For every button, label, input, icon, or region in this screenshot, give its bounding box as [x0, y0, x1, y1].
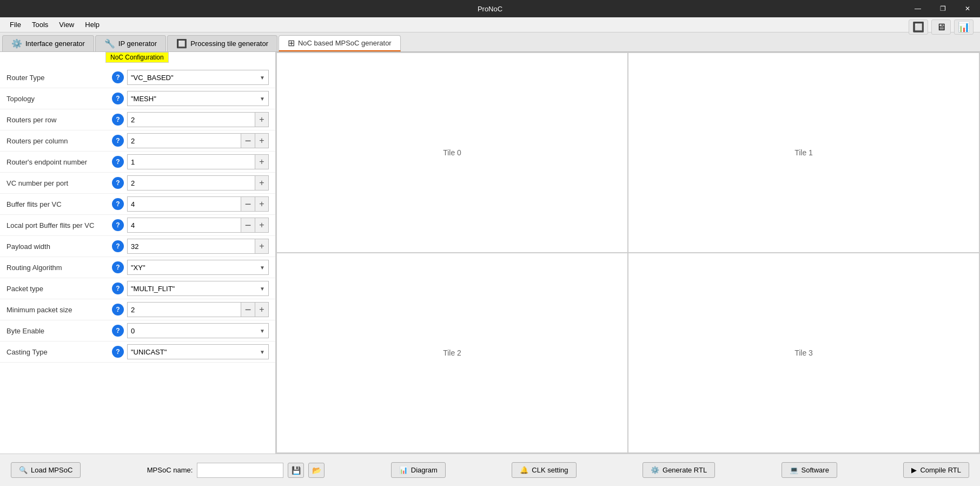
generate-rtl-label: Generate RTL [663, 466, 707, 474]
byte-enable-value: 0 [131, 327, 135, 335]
router-endpoint-input-area: 1 + [127, 154, 269, 169]
router-type-help[interactable]: ? [112, 71, 124, 83]
buffer-flits-help[interactable]: ? [112, 198, 124, 210]
tab-processing-tile-generator[interactable]: 🔲 Processing tile generator [167, 35, 277, 51]
folder-icon: 📂 [312, 466, 321, 475]
tab-noc-mpsoc-generator[interactable]: ⊞ NoC based MPSoC generator [279, 35, 401, 51]
byte-enable-arrow: ▼ [260, 328, 265, 334]
monitor-icon: 🖥 [936, 22, 946, 33]
routers-per-row-help[interactable]: ? [112, 114, 124, 126]
routers-per-column-value[interactable]: 2 [127, 133, 241, 148]
byte-enable-label: Byte Enable [6, 327, 112, 335]
min-packet-size-help[interactable]: ? [112, 304, 124, 316]
local-port-buffer-minus[interactable]: − [241, 218, 255, 233]
clk-setting-button[interactable]: 🔔 CLK setting [512, 462, 576, 478]
menu-help[interactable]: Help [80, 18, 105, 31]
byte-enable-dropdown[interactable]: 0 ▼ [127, 323, 269, 338]
local-port-buffer-value[interactable]: 4 [127, 218, 241, 233]
vc-number-plus[interactable]: + [255, 175, 269, 191]
left-panel: NoC Configuration Router Type ? "VC_BASE… [0, 52, 276, 454]
compile-rtl-button[interactable]: ▶ Compile RTL [903, 462, 969, 478]
close-button[interactable]: ✕ [955, 0, 980, 17]
topology-arrow: ▼ [260, 96, 265, 102]
casting-type-dropdown[interactable]: "UNICAST" ▼ [127, 344, 269, 359]
tab-ip-generator-label: IP generator [118, 40, 157, 48]
restore-button[interactable]: ❐ [930, 0, 955, 17]
router-type-value: "VC_BASED" [131, 74, 174, 82]
monitor-icon-btn[interactable]: 🖥 [931, 19, 951, 35]
packet-type-input-area: "MULTI_FLIT" ▼ [127, 281, 269, 296]
casting-type-arrow: ▼ [260, 349, 265, 355]
router-endpoint-row: Router's endpoint number ? 1 + [0, 152, 275, 173]
vc-number-row: VC number per port ? 2 + [0, 173, 275, 194]
buffer-flits-row: Buffer flits per VC ? 4 − + [0, 194, 275, 215]
software-button[interactable]: 💻 Software [782, 462, 837, 478]
casting-type-row: Casting Type ? "UNICAST" ▼ [0, 341, 275, 363]
tile-2[interactable]: Tile 2 [276, 253, 628, 453]
chip-icon-btn[interactable]: 🔲 [909, 19, 928, 35]
min-packet-size-minus[interactable]: − [241, 302, 255, 317]
software-label: Software [802, 466, 829, 474]
topology-label: Topology [6, 95, 112, 103]
local-port-buffer-plus[interactable]: + [255, 218, 269, 233]
diagram-button[interactable]: 📊 Diagram [391, 462, 446, 478]
diagram-label: Diagram [411, 466, 438, 474]
byte-enable-help[interactable]: ? [112, 325, 124, 337]
vc-number-value[interactable]: 2 [127, 175, 255, 191]
routing-algorithm-help[interactable]: ? [112, 261, 124, 273]
tile-1[interactable]: Tile 1 [628, 52, 979, 253]
routers-per-row-plus[interactable]: + [255, 112, 269, 127]
tile-1-label: Tile 1 [794, 148, 813, 157]
routing-algorithm-label: Routing Algorithm [6, 264, 112, 272]
generate-rtl-button[interactable]: ⚙️ Generate RTL [643, 462, 715, 478]
packet-type-dropdown[interactable]: "MULTI_FLIT" ▼ [127, 281, 269, 296]
folder-button[interactable]: 📂 [308, 463, 325, 478]
casting-type-help[interactable]: ? [112, 346, 124, 358]
tile-0[interactable]: Tile 0 [276, 52, 628, 253]
routers-per-column-plus[interactable]: + [255, 133, 269, 148]
menu-view[interactable]: View [54, 18, 80, 31]
router-endpoint-help[interactable]: ? [112, 156, 124, 168]
app-title: ProNoC [478, 5, 502, 13]
clk-setting-icon: 🔔 [520, 466, 528, 474]
tab-ip-generator[interactable]: 🔧 IP generator [95, 35, 166, 51]
buffer-flits-minus[interactable]: − [241, 196, 255, 212]
routers-per-column-input-area: 2 − + [127, 133, 269, 148]
compile-rtl-icon: ▶ [911, 466, 917, 474]
topology-help[interactable]: ? [112, 93, 124, 104]
tile-3[interactable]: Tile 3 [628, 253, 979, 453]
topology-dropdown[interactable]: "MESH" ▼ [127, 91, 269, 106]
payload-width-help[interactable]: ? [112, 240, 124, 252]
tab-interface-generator[interactable]: ⚙️ Interface generator [2, 35, 94, 51]
vc-number-help[interactable]: ? [112, 177, 124, 189]
router-endpoint-plus[interactable]: + [255, 154, 269, 169]
buffer-flits-value[interactable]: 4 [127, 196, 241, 212]
payload-width-value[interactable]: 32 [127, 239, 255, 254]
noc-config-label: NoC Configuration [105, 52, 169, 63]
payload-width-plus[interactable]: + [255, 239, 269, 254]
min-packet-size-value[interactable]: 2 [127, 302, 241, 317]
chart-icon-btn[interactable]: 📊 [954, 19, 974, 35]
routers-per-row-value[interactable]: 2 [127, 112, 255, 127]
minimize-button[interactable]: — [905, 0, 930, 17]
min-packet-size-plus[interactable]: + [255, 302, 269, 317]
load-mpsoc-button[interactable]: 🔍 Load MPSoC [11, 462, 81, 478]
routers-per-column-minus[interactable]: − [241, 133, 255, 148]
packet-type-help[interactable]: ? [112, 283, 124, 294]
local-port-buffer-help[interactable]: ? [112, 219, 124, 231]
router-endpoint-value[interactable]: 1 [127, 154, 255, 169]
menu-file[interactable]: File [4, 18, 27, 31]
payload-width-input-area: 32 + [127, 239, 269, 254]
save-button[interactable]: 💾 [288, 463, 304, 478]
packet-type-label: Packet type [6, 285, 112, 293]
routing-algorithm-dropdown[interactable]: "XY" ▼ [127, 260, 269, 275]
tile-3-label: Tile 3 [794, 349, 813, 357]
mpsoc-name-input[interactable] [197, 463, 283, 478]
save-icon: 💾 [292, 466, 301, 475]
router-type-dropdown[interactable]: "VC_BASED" ▼ [127, 70, 269, 85]
buffer-flits-plus[interactable]: + [255, 196, 269, 212]
vc-number-label: VC number per port [6, 179, 112, 187]
title-bar-controls: — ❐ ✕ [905, 0, 980, 17]
menu-tools[interactable]: Tools [27, 18, 54, 31]
routers-per-column-help[interactable]: ? [112, 135, 124, 147]
